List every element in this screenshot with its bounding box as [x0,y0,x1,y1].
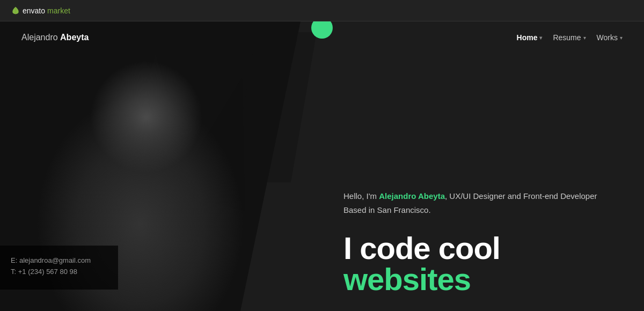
hero-content: Hello, I'm Alejandro Abeyta, UX/UI Desig… [322,21,644,311]
logo-leaf-icon [11,6,20,16]
nav-item-works[interactable]: Works ▾ [597,33,623,42]
intro-name: Alejandro Abeyta [379,191,445,201]
intro-prefix: Hello, I'm [343,191,379,201]
nav-resume-chevron-icon: ▾ [583,35,586,41]
nav-item-resume[interactable]: Resume ▾ [553,33,586,42]
author-last-name: Abeyta [60,33,89,42]
nav-resume-label: Resume [553,33,581,42]
nav-works-chevron-icon: ▾ [620,35,623,41]
phone-contact: T: +1 (234) 567 80 98 [11,268,107,276]
author-name: Alejandro Abeyta [21,33,89,42]
nav-home-label: Home [517,33,538,42]
main-hero: Alejandro Abeyta Home ▾ Resume ▾ Works ▾… [0,21,644,311]
topbar: envatomarket [0,0,644,21]
nav-item-home[interactable]: Home ▾ [517,33,543,42]
email-label: E: [11,256,17,264]
nav-home-chevron-icon: ▾ [539,35,542,41]
logo-envato-text: envato [23,6,45,15]
header-nav: Alejandro Abeyta Home ▾ Resume ▾ Works ▾ [0,21,644,54]
intro-paragraph: Hello, I'm Alejandro Abeyta, UX/UI Desig… [343,82,617,217]
phone-value: +1 (234) 567 80 98 [18,268,77,276]
phone-label: T: [11,268,16,276]
tagline-part2: websites [343,262,471,297]
author-first-name: Alejandro [21,33,60,42]
nav-works-label: Works [597,33,618,42]
hero-tagline: I code cool websites [343,233,617,295]
email-contact: E: alejandroa@gmail.com [11,256,107,264]
main-nav: Home ▾ Resume ▾ Works ▾ [517,33,623,42]
contact-info: E: alejandroa@gmail.com T: +1 (234) 567 … [0,246,118,290]
logo[interactable]: envatomarket [11,6,70,16]
email-value: alejandroa@gmail.com [19,256,91,264]
logo-market-text: market [47,6,70,15]
tagline-part1: I code cool [343,231,500,265]
